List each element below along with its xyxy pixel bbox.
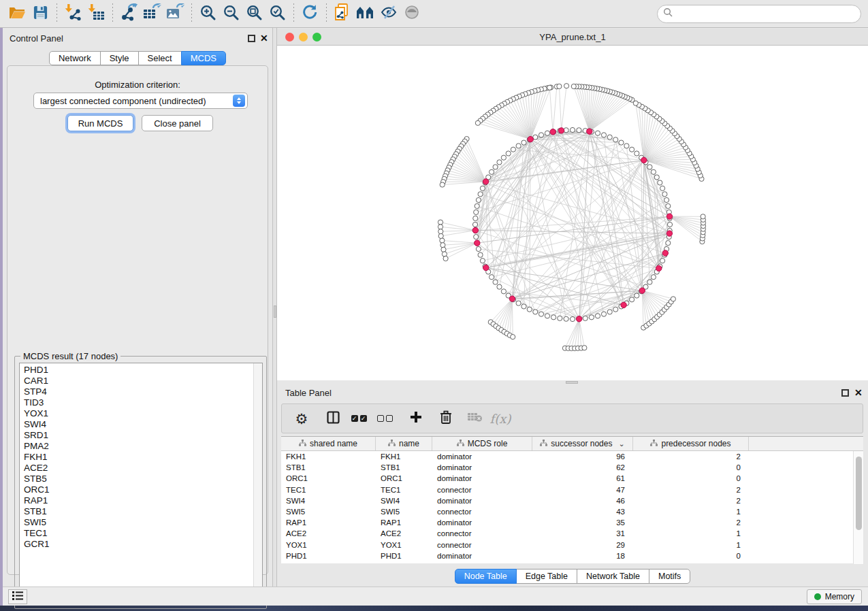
- tab-node-table[interactable]: Node Table: [455, 569, 517, 584]
- network-node[interactable]: [438, 220, 443, 225]
- network-node[interactable]: [489, 169, 494, 174]
- hide-selected-button[interactable]: [377, 2, 400, 25]
- network-node[interactable]: [475, 120, 480, 125]
- import-table-button[interactable]: [84, 2, 108, 25]
- column-layout-button[interactable]: [323, 408, 343, 429]
- network-node[interactable]: [634, 151, 639, 156]
- network-selected-node[interactable]: [666, 214, 672, 219]
- network-node[interactable]: [647, 280, 652, 284]
- mcds-result-item[interactable]: YOX1: [20, 408, 253, 419]
- tab-select[interactable]: Select: [138, 51, 182, 65]
- network-node[interactable]: [539, 312, 543, 316]
- network-node[interactable]: [647, 165, 652, 169]
- duplicate-network-button[interactable]: [331, 2, 354, 25]
- mcds-result-item[interactable]: FKH1: [20, 452, 253, 463]
- network-node[interactable]: [613, 307, 618, 312]
- network-node[interactable]: [527, 307, 532, 312]
- close-panel-icon[interactable]: ✕: [260, 32, 268, 44]
- network-selected-node[interactable]: [656, 265, 662, 271]
- network-node[interactable]: [476, 197, 481, 202]
- network-node[interactable]: [478, 192, 483, 197]
- network-node[interactable]: [497, 160, 502, 165]
- mcds-result-list[interactable]: PHD1CAR1STP4TID3YOX1SWI4SRD1PMA2FKH1ACE2…: [19, 363, 263, 604]
- network-node[interactable]: [557, 84, 562, 88]
- network-node[interactable]: [521, 304, 526, 309]
- mcds-result-item[interactable]: TEC1: [20, 528, 253, 539]
- run-mcds-button[interactable]: Run MCDS: [67, 115, 133, 131]
- network-node[interactable]: [619, 140, 624, 145]
- table-close-icon[interactable]: ✕: [854, 386, 863, 399]
- network-node[interactable]: [651, 169, 656, 174]
- memory-button[interactable]: Memory: [807, 589, 862, 604]
- network-selected-node[interactable]: [666, 231, 672, 236]
- mcds-result-item[interactable]: RAP1: [20, 495, 253, 506]
- network-node[interactable]: [564, 84, 569, 88]
- network-node[interactable]: [511, 335, 515, 340]
- network-node[interactable]: [595, 314, 600, 318]
- network-node[interactable]: [475, 203, 479, 208]
- network-selected-node[interactable]: [662, 250, 668, 256]
- select-all-button[interactable]: ✓✓: [349, 408, 369, 429]
- mcds-result-item[interactable]: GCR1: [20, 539, 253, 550]
- network-node[interactable]: [651, 275, 656, 280]
- tab-style[interactable]: Style: [100, 51, 139, 65]
- network-node[interactable]: [570, 127, 575, 132]
- add-column-button[interactable]: [406, 408, 426, 429]
- deselect-all-button[interactable]: [374, 408, 395, 429]
- network-node[interactable]: [480, 259, 485, 263]
- vertical-splitter[interactable]: [272, 28, 277, 587]
- network-node[interactable]: [583, 316, 588, 320]
- network-node[interactable]: [634, 293, 639, 298]
- network-node[interactable]: [472, 222, 477, 227]
- table-row[interactable]: SWI4SWI4dominator462: [281, 495, 863, 506]
- network-node[interactable]: [589, 315, 594, 320]
- network-node[interactable]: [582, 346, 587, 350]
- network-node[interactable]: [533, 310, 538, 314]
- gear-button[interactable]: ⚙: [291, 408, 312, 429]
- network-node[interactable]: [440, 243, 445, 248]
- mcds-result-item[interactable]: SRD1: [20, 430, 253, 441]
- result-scrollbar[interactable]: [253, 363, 262, 603]
- tab-network[interactable]: Network: [49, 51, 101, 65]
- network-node[interactable]: [497, 284, 502, 289]
- network-node[interactable]: [607, 135, 612, 139]
- zoom-selected-button[interactable]: [266, 2, 289, 25]
- network-node[interactable]: [489, 275, 494, 280]
- column-header-shared-name[interactable]: shared name: [281, 437, 376, 450]
- network-node[interactable]: [442, 252, 447, 257]
- network-node[interactable]: [480, 186, 485, 191]
- network-selected-node[interactable]: [483, 179, 488, 184]
- save-session-button[interactable]: [29, 2, 52, 25]
- mcds-result-item[interactable]: SWI4: [20, 419, 253, 430]
- network-selected-node[interactable]: [577, 316, 582, 322]
- network-node[interactable]: [630, 297, 634, 302]
- network-node[interactable]: [630, 147, 634, 152]
- table-scrollbar[interactable]: [853, 451, 863, 564]
- network-node[interactable]: [438, 233, 443, 238]
- open-file-button[interactable]: [5, 2, 29, 25]
- network-node[interactable]: [474, 235, 479, 240]
- network-node[interactable]: [660, 259, 665, 263]
- binoculars-button[interactable]: [354, 2, 377, 25]
- network-selected-node[interactable]: [528, 136, 533, 142]
- zoom-out-button[interactable]: [219, 2, 242, 25]
- network-node[interactable]: [601, 312, 606, 316]
- mcds-result-item[interactable]: PHD1: [20, 365, 253, 376]
- network-node[interactable]: [551, 315, 556, 320]
- network-node[interactable]: [443, 256, 448, 261]
- zoom-fit-button[interactable]: [242, 2, 266, 25]
- network-node[interactable]: [607, 310, 612, 314]
- network-node[interactable]: [571, 84, 576, 88]
- table-row[interactable]: RAP1RAP1dominator352: [281, 517, 863, 528]
- mcds-result-item[interactable]: SWI5: [20, 517, 253, 528]
- network-selected-node[interactable]: [550, 129, 556, 135]
- mcds-result-item[interactable]: TID3: [20, 397, 253, 408]
- network-selected-node[interactable]: [472, 227, 478, 233]
- zoom-in-button[interactable]: [196, 2, 219, 25]
- delete-column-button[interactable]: [436, 408, 456, 429]
- network-selected-node[interactable]: [587, 129, 592, 134]
- network-node[interactable]: [440, 182, 445, 187]
- table-row[interactable]: FKH1FKH1dominator962: [281, 451, 863, 462]
- column-header-MCDS-role[interactable]: MCDS role: [432, 437, 532, 450]
- network-node[interactable]: [666, 203, 671, 208]
